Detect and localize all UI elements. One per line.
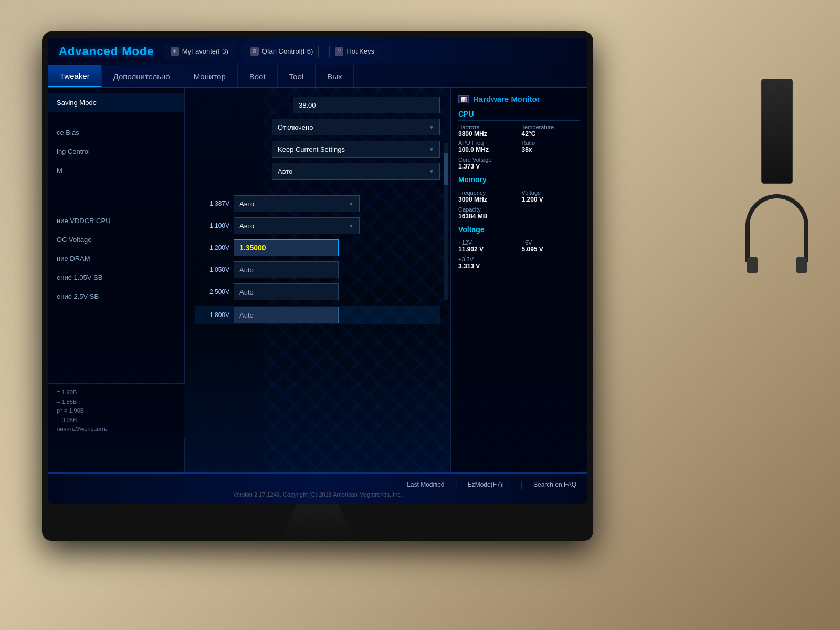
- sidebar-item-m[interactable]: M: [48, 161, 184, 180]
- scrollbar-thumb[interactable]: [444, 153, 448, 185]
- dropdown-oc[interactable]: Авто ▼: [234, 217, 360, 234]
- cpu-core-voltage: Core Voltage 1.373 V: [458, 156, 580, 170]
- bios-background: Advanced Mode ★ MyFavorite(F3) ⚙ Qfan Co…: [48, 38, 587, 504]
- ezmode-button[interactable]: EzMode(F7)|→: [468, 481, 510, 488]
- dropdown-arrow-5: ▼: [349, 223, 354, 229]
- sidebar-item-saving-mode[interactable]: Saving Mode: [48, 93, 184, 112]
- volt-1050: 1.050V: [195, 266, 229, 274]
- voltage-row-105: 1.050V Auto: [195, 261, 440, 278]
- v12-reading: +12V 11.902 V: [458, 239, 517, 253]
- cpu-ratio: Ratio 38x: [522, 140, 580, 153]
- voltage-row-vddcr: 1.387V Авто ▼: [195, 195, 440, 212]
- speaker: [761, 79, 793, 184]
- hw-monitor-icon: 📊: [458, 95, 469, 103]
- voltage-row-dram: 1.200V 1.35000: [195, 239, 440, 256]
- dropdown-otklyucheno[interactable]: Отключено ▼: [272, 119, 440, 135]
- tab-boot[interactable]: Boot: [238, 65, 278, 87]
- myfavorite-button[interactable]: ★ MyFavorite(F3): [165, 45, 234, 58]
- voltage-row-25: 2.500V Auto: [195, 284, 440, 300]
- dropdown-vddcr[interactable]: Авто ▼: [234, 195, 360, 212]
- dropdown-arrow-1: ▼: [429, 124, 434, 130]
- bios-main-content: 38.00 Отключено ▼ Keep Current Settings …: [185, 88, 450, 472]
- voltage-row-18: 1.800V Auto: [195, 306, 440, 324]
- cpu-freq-label: Частота 3800 MHz: [458, 124, 517, 138]
- volt-1800: 1.800V: [195, 311, 229, 319]
- headphone-right-cup: [796, 257, 807, 273]
- dram-voltage-input[interactable]: 1.35000: [234, 239, 339, 256]
- v5-reading: +5V 5.095 V: [522, 239, 580, 253]
- tab-tweaker[interactable]: Tweaker: [48, 65, 102, 87]
- question-icon: ?: [335, 47, 343, 56]
- tab-exit[interactable]: Вых: [316, 65, 354, 87]
- tab-monitor[interactable]: Монитор: [182, 65, 238, 87]
- footer-copyright: Version 2.17.1246. Copyright (C) 2018 Am…: [59, 491, 576, 498]
- info-box: = 1.90B = 1.85B рт = 1.90B = 0.05B личит…: [48, 383, 185, 438]
- auto-field-25[interactable]: Auto: [234, 284, 339, 300]
- memory-section-title: Memory: [458, 175, 580, 186]
- sidebar-item-ce-bias[interactable]: ce Bias: [48, 123, 184, 142]
- dropdown-arrow-3: ▼: [429, 169, 434, 174]
- tab-additional[interactable]: Дополнительно: [102, 65, 182, 87]
- bios-footer: Last Modified | EzMode(F7)|→ | Search on…: [48, 472, 587, 504]
- footer-divider-2: |: [521, 480, 523, 489]
- volt-1100: 1.100V: [195, 222, 229, 229]
- star-icon: ★: [171, 47, 179, 56]
- hotkeys-button[interactable]: ? Hot Keys: [329, 45, 380, 58]
- mem-capacity: Capacity 16384 MB: [458, 206, 580, 220]
- hardware-monitor-panel: 📊 Hardware Monitor CPU Частота 3800 MHz …: [450, 88, 587, 472]
- sidebar-item-ing-control[interactable]: ing Control: [48, 142, 184, 161]
- monitor-outer: Advanced Mode ★ MyFavorite(F3) ⚙ Qfan Co…: [42, 32, 593, 541]
- scrollbar-track: [444, 143, 448, 300]
- volt-2500: 2.500V: [195, 288, 229, 296]
- field-value-3800[interactable]: 38.00: [293, 97, 440, 113]
- sidebar-item-105v-sb[interactable]: ение 1.05V SB: [48, 268, 184, 287]
- fan-icon: ⚙: [250, 47, 259, 56]
- voltage-grid: +12V 11.902 V +5V 5.095 V: [458, 239, 580, 253]
- cpu-apu-freq: APU Freq 100.0 MHz: [458, 140, 517, 153]
- monitor-screen: Advanced Mode ★ MyFavorite(F3) ⚙ Qfan Co…: [48, 38, 587, 504]
- dropdown-arrow-2: ▼: [429, 146, 434, 152]
- volt-1200: 1.200V: [195, 244, 229, 251]
- dropdown-avto[interactable]: Авто ▼: [272, 163, 440, 180]
- sidebar-item-2[interactable]: [48, 112, 184, 123]
- cpu-grid: Частота 3800 MHz Temperature 42°C APU Fr…: [458, 124, 580, 153]
- sidebar-item-25v-sb[interactable]: ение 2.5V SB: [48, 287, 184, 306]
- volt-1387: 1.387V: [195, 200, 229, 207]
- dropdown-arrow-4: ▼: [349, 201, 354, 207]
- qfan-button[interactable]: ⚙ Qfan Control(F6): [245, 45, 319, 58]
- auto-field-18[interactable]: Auto: [234, 307, 339, 323]
- bios-title: Advanced Mode: [59, 45, 154, 58]
- bios-sidebar: Saving Mode ce Bias ing Control M ние VD…: [48, 88, 185, 472]
- desk-items: [735, 79, 819, 289]
- mem-freq: Frequency 3000 MHz: [458, 190, 517, 203]
- hw-monitor-title: 📊 Hardware Monitor: [458, 94, 580, 103]
- bios-nav: Tweaker Дополнительно Монитор Boot Tool …: [48, 65, 587, 88]
- sidebar-item-oc-voltage[interactable]: OC Voltage: [48, 230, 184, 249]
- footer-divider-1: |: [455, 480, 457, 489]
- mem-voltage: Voltage 1.200 V: [522, 190, 580, 203]
- memory-grid: Frequency 3000 MHz Voltage 1.200 V: [458, 190, 580, 203]
- footer-buttons: Last Modified | EzMode(F7)|→ | Search on…: [59, 480, 576, 489]
- sidebar-item-vddcr[interactable]: ние VDDCR CPU: [48, 212, 184, 230]
- bios-header: Advanced Mode ★ MyFavorite(F3) ⚙ Qfan Co…: [48, 38, 587, 65]
- headphone-left-cup: [747, 257, 758, 273]
- monitor-stand: [265, 504, 370, 541]
- search-faq-button[interactable]: Search on FAQ: [533, 481, 576, 488]
- dropdown-keep-current[interactable]: Keep Current Settings ▼: [272, 141, 440, 158]
- voltage-section-title: Voltage: [458, 225, 580, 236]
- v33-reading: +3.3V 3.313 V: [458, 256, 580, 270]
- voltage-row-oc: 1.100V Авто ▼: [195, 217, 440, 234]
- cpu-temp: Temperature 42°C: [522, 124, 580, 138]
- sidebar-item-dram[interactable]: ние DRAM: [48, 249, 184, 268]
- tab-tool[interactable]: Tool: [278, 65, 316, 87]
- headphones: [746, 194, 808, 262]
- cpu-section-title: CPU: [458, 110, 580, 121]
- auto-field-105[interactable]: Auto: [234, 261, 339, 278]
- last-modified-button[interactable]: Last Modified: [407, 481, 444, 488]
